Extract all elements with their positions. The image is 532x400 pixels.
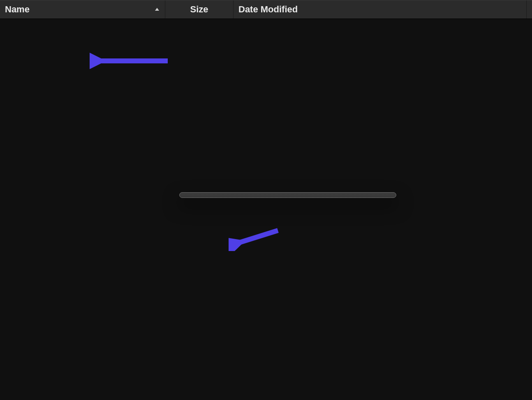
column-header-name[interactable]: Name: [0, 0, 165, 19]
sort-indicator-icon: [154, 7, 160, 12]
context-menu: [179, 192, 396, 198]
column-header-date[interactable]: Date Modified: [234, 0, 527, 19]
column-header-name-label: Name: [5, 4, 30, 15]
column-header-size-label: Size: [190, 4, 208, 15]
column-header-spacer: [527, 0, 532, 19]
svg-line-1: [236, 230, 278, 244]
annotation-arrow-icon: [229, 226, 286, 251]
annotation-arrow-icon: [90, 53, 172, 69]
column-header-size[interactable]: Size: [165, 0, 234, 19]
column-header-row: Name Size Date Modified: [0, 0, 532, 19]
column-header-date-label: Date Modified: [238, 4, 298, 15]
